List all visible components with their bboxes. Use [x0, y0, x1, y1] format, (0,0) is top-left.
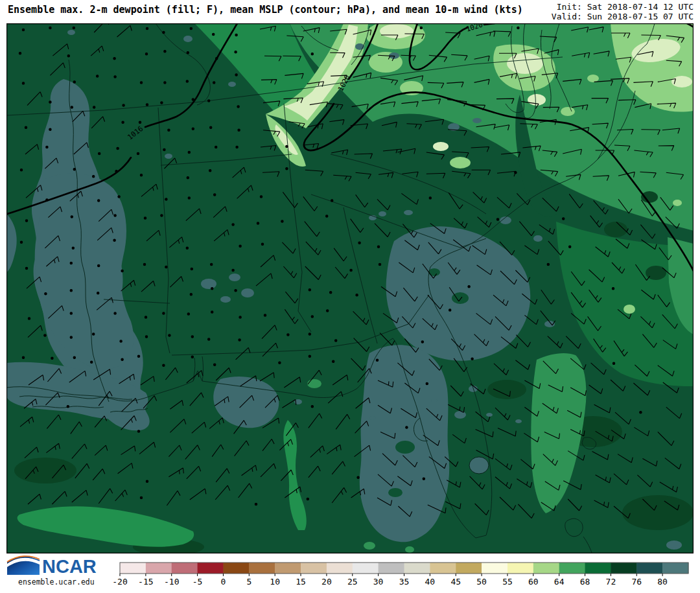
colorbar-tick-label: 40	[425, 577, 436, 587]
colorbar-tick-label: -5	[192, 577, 203, 587]
map-title: Ensemble max. 2-m dewpoint (fill; F), me…	[8, 4, 523, 16]
colorbar-tick-label: 76	[631, 577, 642, 587]
colorbar-segment	[662, 563, 688, 574]
colorbar-tick-label: 50	[476, 577, 487, 587]
colorbar-tick-label: 68	[580, 577, 590, 587]
colorbar-tick-label: -15	[138, 577, 153, 587]
colorbar-segment	[456, 563, 482, 574]
colorbar-segment	[404, 563, 430, 574]
colorbar-tick-label: 64	[554, 577, 565, 587]
init-valid-times: Init: Sat 2018-07-14 12 UTC Valid: Sun 2…	[552, 2, 694, 21]
colorbar-segment	[430, 563, 456, 574]
colorbar-segment	[636, 563, 662, 574]
colorbar-tick-label: 10	[270, 577, 280, 587]
map-svg: 101610201020	[6, 23, 694, 553]
colorbar-segment	[172, 563, 198, 574]
colorbar-segment	[249, 563, 275, 574]
colorbar-segment	[327, 563, 353, 574]
colorbar-tick-label: -10	[164, 577, 179, 587]
colorbar-segment	[533, 563, 559, 574]
colorbar-tick-label: 15	[296, 577, 306, 587]
colorbar-segment	[508, 563, 533, 574]
colorbar-segment	[301, 563, 327, 574]
colorbar-tick-label: 80	[657, 577, 668, 587]
colorbar-tick-label: 0	[221, 577, 226, 587]
colorbar-segment	[482, 563, 508, 574]
colorbar-segment	[198, 563, 224, 574]
map-image: 101610201020	[6, 23, 694, 553]
colorbar-tick-label: 60	[528, 577, 539, 587]
colorbar-tick-label: 45	[450, 577, 461, 587]
valid-time: Valid: Sun 2018-07-15 07 UTC	[552, 12, 694, 21]
colorbar-tick-label: -20	[112, 577, 127, 587]
colorbar-tick-label: 72	[606, 577, 616, 587]
colorbar-segment	[585, 563, 611, 574]
colorbar-tick-label: 35	[399, 577, 410, 587]
init-time: Init: Sat 2018-07-14 12 UTC	[557, 2, 694, 12]
colorbar: -20-15-10-505101520253035404550556064687…	[0, 554, 700, 593]
colorbar-tick-label: 30	[373, 577, 384, 587]
colorbar-tick-label: 5	[246, 577, 251, 587]
colorbar-segment	[353, 563, 379, 574]
colorbar-segment	[146, 563, 172, 574]
colorbar-segment	[379, 563, 404, 574]
colorbar-segment	[223, 563, 249, 574]
colorbar-tick-label: 20	[321, 577, 332, 587]
colorbar-tick-label: 55	[502, 577, 513, 587]
colorbar-segment	[559, 563, 585, 574]
colorbar-segment	[275, 563, 301, 574]
colorbar-segment	[120, 563, 146, 574]
weather-map-page: { "header": { "title": "Ensemble max. 2-…	[0, 0, 700, 593]
colorbar-tick-label: 25	[347, 577, 358, 587]
colorbar-segment	[611, 563, 636, 574]
